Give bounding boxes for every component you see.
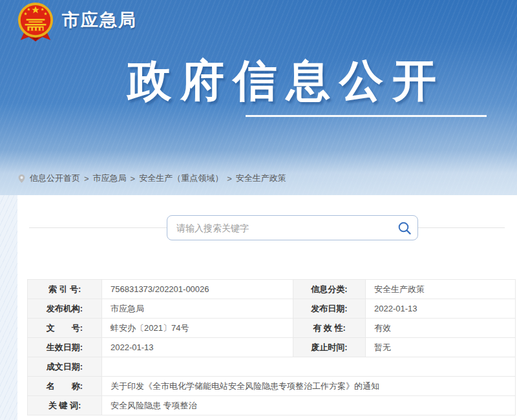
field-value-index-no: 756831373/202201-00026: [102, 280, 293, 299]
location-pin-icon: [17, 173, 26, 184]
field-label-written-date: 成文日期:: [28, 357, 102, 377]
field-label-repeal-date: 废止时间:: [293, 338, 366, 357]
breadcrumb-separator: >: [131, 174, 136, 184]
breadcrumb-separator: >: [84, 174, 89, 184]
field-value-title: 关于印发《全市电化学储能电站安全风险隐患专项整治工作方案》的通知: [102, 377, 516, 396]
content-panel: 索 引 号: 756831373/202201-00026 信息分类: 安全生产…: [17, 195, 517, 420]
search-button[interactable]: [392, 216, 417, 240]
table-row: 名 称: 关于印发《全市电化学储能电站安全风险隐患专项整治工作方案》的通知: [28, 377, 516, 396]
breadcrumb-separator: >: [227, 174, 232, 184]
breadcrumb-link-category[interactable]: 安全生产（重点领域）: [139, 173, 223, 184]
search-icon: [397, 221, 412, 235]
field-label-issuing-agency: 发布机构:: [28, 299, 102, 319]
field-value-publish-date: 2022-01-13: [366, 299, 516, 319]
field-label-info-category: 信息分类:: [293, 280, 366, 299]
field-value-doc-number: 蚌安办〔2021〕74号: [102, 319, 293, 338]
table-row: 生效日期: 2022-01-13 废止时间: 暂无: [28, 338, 516, 357]
breadcrumb-link-bureau[interactable]: 市应急局: [93, 173, 127, 184]
page-title: 政府信息公开: [127, 52, 445, 110]
national-emblem-icon: [17, 2, 54, 42]
site-name[interactable]: 市应急局: [62, 8, 137, 32]
table-row: 索 引 号: 756831373/202201-00026 信息分类: 安全生产…: [28, 280, 516, 299]
field-value-info-category: 安全生产政策: [366, 280, 516, 299]
field-label-effective-date: 生效日期:: [28, 338, 102, 357]
field-label-validity: 有 效 性:: [293, 319, 366, 338]
table-row: 发布机构: 市应急局 发布日期: 2022-01-13: [28, 299, 516, 319]
document-info-table: 索 引 号: 756831373/202201-00026 信息分类: 安全生产…: [27, 279, 516, 415]
breadcrumb: 信息公开首页 > 市应急局 > 安全生产（重点领域） > 安全生产政策: [17, 171, 286, 185]
table-row: 成文日期:: [28, 357, 516, 377]
field-value-written-date: [102, 357, 516, 377]
field-label-keywords: 关 键 词:: [28, 396, 102, 415]
search-input[interactable]: [167, 223, 392, 233]
field-value-issuing-agency: 市应急局: [102, 299, 293, 319]
field-value-validity: 有效: [366, 319, 516, 338]
field-label-index-no: 索 引 号:: [28, 280, 102, 299]
field-label-doc-number: 文 号:: [28, 319, 102, 338]
field-label-publish-date: 发布日期:: [293, 299, 366, 319]
site-logo[interactable]: 市应急局: [17, 2, 137, 42]
page-banner: 市应急局 政府信息公开 信息公开首页 > 市应急局 > 安全生产（重点领域） >…: [0, 0, 517, 195]
title-underline: [246, 115, 487, 117]
field-label-title: 名 称:: [28, 377, 102, 396]
breadcrumb-link-current[interactable]: 安全生产政策: [236, 173, 286, 184]
field-value-repeal-date: 暂无: [366, 338, 516, 357]
table-row: 关 键 词: 安全风险隐患 专项整治: [28, 396, 516, 415]
table-row: 文 号: 蚌安办〔2021〕74号 有 效 性: 有效: [28, 319, 516, 338]
field-value-keywords: 安全风险隐患 专项整治: [102, 396, 516, 415]
search-box: [167, 215, 418, 240]
breadcrumb-link-home[interactable]: 信息公开首页: [30, 173, 80, 184]
field-value-effective-date: 2022-01-13: [102, 338, 293, 357]
